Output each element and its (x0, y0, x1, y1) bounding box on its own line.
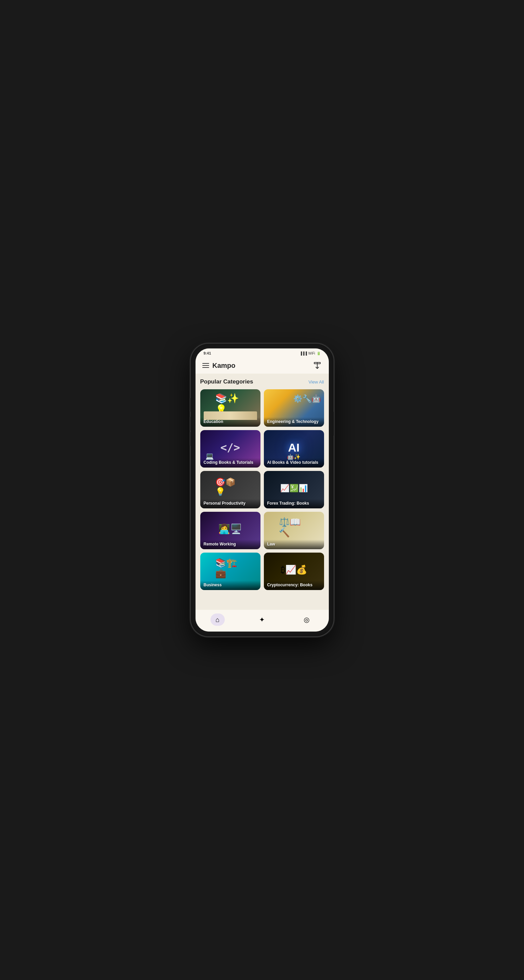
section-title: Popular Categories (200, 379, 253, 385)
category-label-ai: AI Books & Video tutorials (264, 458, 324, 468)
category-card-productivity[interactable]: Personal Productivity (200, 471, 260, 508)
status-time: 9:41 (204, 351, 211, 355)
category-card-education[interactable]: Education (200, 389, 260, 427)
phone-shell: 9:41 ▐▐▐ WiFi 🔋 Kampo (191, 344, 333, 636)
signal-icon: ▐▐▐ (300, 352, 307, 355)
nav-icon-profile: ◎ (304, 616, 310, 624)
category-label-engineering: Engineering & Technology (264, 417, 324, 427)
download-button[interactable] (313, 361, 322, 370)
category-label-remote: Remote Working (200, 540, 260, 549)
header-left: Kampo (202, 362, 236, 369)
category-label-productivity: Personal Productivity (200, 499, 260, 508)
category-card-law[interactable]: Law (264, 512, 324, 549)
app-title: Kampo (213, 362, 236, 369)
nav-item-spark[interactable]: ✦ (255, 614, 269, 626)
nav-icon-wrap-home: ⌂ (211, 614, 225, 626)
category-card-ai[interactable]: AI Books & Video tutorials (264, 430, 324, 468)
battery-icon: 🔋 (317, 352, 321, 355)
nav-item-home[interactable]: ⌂ (211, 614, 225, 626)
nav-item-profile[interactable]: ◎ (299, 614, 313, 626)
section-header: Popular Categories View All (200, 379, 324, 385)
category-card-engineering[interactable]: Engineering & Technology (264, 389, 324, 427)
status-icons: ▐▐▐ WiFi 🔋 (300, 352, 320, 355)
nav-icon-wrap-spark: ✦ (255, 614, 269, 626)
phone-screen: 9:41 ▐▐▐ WiFi 🔋 Kampo (195, 348, 329, 632)
bottom-nav: ⌂✦◎ (195, 610, 329, 632)
category-label-coding: Coding Books & Tutorials (200, 458, 260, 468)
main-content: Popular Categories View All EducationEng… (195, 374, 329, 610)
wifi-icon: WiFi (308, 352, 315, 355)
categories-grid: EducationEngineering & TechnologyCoding … (200, 389, 324, 595)
category-card-crypto[interactable]: Cryptocurrency: Books (264, 553, 324, 590)
nav-icon-spark: ✦ (259, 616, 265, 624)
status-bar: 9:41 ▐▐▐ WiFi 🔋 (195, 348, 329, 358)
nav-icon-wrap-profile: ◎ (299, 614, 313, 626)
category-card-remote[interactable]: Remote Working (200, 512, 260, 549)
category-label-forex: Forex Trading: Books (264, 499, 324, 508)
category-label-business: Business (200, 581, 260, 590)
category-card-forex[interactable]: Forex Trading: Books (264, 471, 324, 508)
menu-button[interactable] (202, 363, 209, 368)
category-label-education: Education (200, 417, 260, 427)
category-label-crypto: Cryptocurrency: Books (264, 581, 324, 590)
category-card-business[interactable]: Business (200, 553, 260, 590)
category-label-law: Law (264, 540, 324, 549)
nav-icon-home: ⌂ (216, 616, 220, 624)
header: Kampo (195, 358, 329, 374)
view-all-button[interactable]: View All (308, 379, 324, 385)
category-card-coding[interactable]: Coding Books & Tutorials (200, 430, 260, 468)
